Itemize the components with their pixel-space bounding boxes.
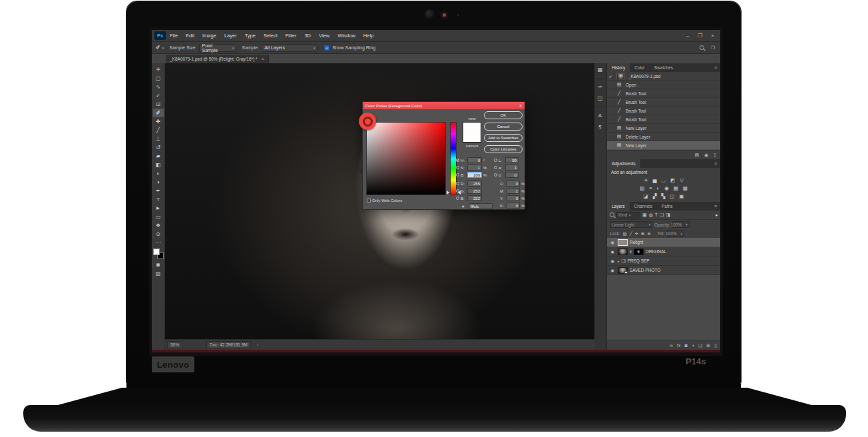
show-sampling-ring-checkbox[interactable]: ✓ bbox=[324, 45, 329, 51]
zoom-tool-icon[interactable]: ⊙ bbox=[153, 230, 164, 238]
layer-mask-thumbnail[interactable]: ↯ bbox=[634, 248, 644, 255]
add-to-swatches-button[interactable]: Add to Swatches bbox=[484, 134, 523, 142]
layer-effects-icon[interactable]: fx bbox=[677, 343, 680, 348]
filter-adjustment-icon[interactable]: ◍ bbox=[649, 213, 653, 218]
eyedropper-tool-icon[interactable]: ✐ bbox=[156, 45, 160, 51]
levels-icon[interactable]: ▅ bbox=[653, 177, 657, 183]
blue-radio[interactable] bbox=[456, 197, 459, 200]
new-doc-from-state-icon[interactable]: ▤ bbox=[694, 153, 699, 158]
history-source-well[interactable] bbox=[607, 124, 614, 132]
invert-icon[interactable]: ◪ bbox=[644, 193, 648, 199]
group-expand-icon[interactable]: ▸ bbox=[618, 259, 620, 263]
menu-3d[interactable]: 3D bbox=[300, 33, 315, 39]
lock-all-icon[interactable]: ⋒ bbox=[648, 231, 651, 236]
opacity-dropdown[interactable]: 100% ▾ bbox=[672, 221, 690, 228]
fill-dropdown[interactable]: 100% ▾ bbox=[667, 230, 684, 237]
eraser-tool-icon[interactable]: ▰ bbox=[153, 152, 164, 161]
visibility-eye-icon[interactable]: ◉ bbox=[609, 240, 616, 244]
healing-brush-tool-icon[interactable]: ✚ bbox=[153, 117, 164, 126]
close-button[interactable]: × bbox=[711, 33, 714, 39]
filter-type-icon[interactable]: T bbox=[655, 213, 658, 217]
history-source-well[interactable] bbox=[607, 98, 614, 106]
document-tab[interactable]: _K8A0079-1.psd @ 50% (Relight, Gray/16*)… bbox=[166, 55, 269, 63]
tab-history[interactable]: History bbox=[607, 63, 630, 72]
crop-tool-icon[interactable]: ⊡ bbox=[153, 100, 164, 109]
foreground-color-swatch[interactable] bbox=[153, 248, 160, 255]
hue-radio[interactable] bbox=[456, 159, 459, 162]
lab-a-input[interactable]: 1 bbox=[505, 165, 519, 171]
layer-row-saved-photo[interactable]: ◉ SAVED PHOTO bbox=[607, 266, 720, 275]
saturation-radio[interactable] bbox=[456, 166, 459, 169]
lab-a-radio[interactable] bbox=[494, 166, 497, 169]
zoom-level-field[interactable]: 50% bbox=[167, 341, 182, 348]
screen-mode-icon[interactable]: ▤ bbox=[153, 269, 164, 278]
lock-position-icon[interactable]: ✛ bbox=[635, 231, 638, 236]
filter-image-icon[interactable]: ▣ bbox=[642, 213, 647, 218]
clone-stamp-tool-icon[interactable]: ⊥ bbox=[153, 135, 164, 143]
color-lookup-icon[interactable]: ▩ bbox=[683, 185, 688, 191]
layer-row-original[interactable]: ◉ 8 ↯ ORIGINAL bbox=[607, 247, 720, 256]
filter-smart-object-icon[interactable]: ◨ bbox=[666, 213, 670, 218]
clone-source-panel-icon[interactable]: ◫ bbox=[598, 95, 603, 101]
cancel-button[interactable]: Cancel bbox=[484, 123, 523, 131]
cyan-input[interactable]: 0 bbox=[507, 181, 520, 187]
new-snapshot-icon[interactable]: ◉ bbox=[704, 153, 708, 158]
history-source-well[interactable] bbox=[607, 115, 614, 123]
red-radio[interactable] bbox=[456, 182, 459, 185]
threshold-icon[interactable]: ▚ bbox=[661, 193, 665, 199]
lab-l-radio[interactable] bbox=[494, 159, 497, 162]
brightness-input[interactable]: 100 bbox=[467, 172, 482, 178]
color-swatches[interactable] bbox=[153, 248, 164, 259]
history-brush-tool-icon[interactable]: ↺ bbox=[153, 143, 164, 152]
history-source-well[interactable] bbox=[607, 133, 614, 141]
history-item[interactable]: ╱ Brush Tool bbox=[607, 107, 720, 115]
menu-window[interactable]: Window bbox=[333, 33, 359, 39]
gradient-map-icon[interactable]: ◫ bbox=[670, 193, 674, 199]
brush-settings-panel-icon[interactable]: ✑ bbox=[598, 84, 602, 90]
lock-transparent-icon[interactable]: ▨ bbox=[623, 231, 627, 236]
visibility-eye-icon[interactable]: ◉ bbox=[609, 249, 616, 254]
visibility-eye-icon[interactable]: ◉ bbox=[609, 258, 616, 263]
brush-tool-icon[interactable]: ╱ bbox=[153, 126, 164, 135]
tab-layers[interactable]: Layers bbox=[607, 202, 630, 211]
type-tool-icon[interactable]: T bbox=[153, 195, 164, 204]
eyedropper-tool-icon[interactable]: ✐ bbox=[153, 109, 164, 117]
history-item-selected[interactable]: ▤ New Layer bbox=[607, 141, 720, 150]
lasso-tool-icon[interactable]: ∿ bbox=[153, 83, 164, 91]
menu-view[interactable]: View bbox=[315, 33, 333, 39]
lab-b-radio[interactable] bbox=[494, 173, 497, 177]
shape-tool-icon[interactable]: ▭ bbox=[153, 213, 164, 221]
posterize-icon[interactable]: ▞ bbox=[653, 193, 657, 199]
delete-state-icon[interactable]: ▯ bbox=[714, 153, 716, 158]
layer-row-relight[interactable]: ◉ Relight bbox=[607, 238, 720, 247]
panel-menu-icon[interactable]: ≡ bbox=[714, 65, 717, 70]
saturation-brightness-field[interactable] bbox=[366, 122, 446, 195]
hand-tool-icon[interactable]: ❖ bbox=[153, 221, 164, 230]
menu-layer[interactable]: Layer bbox=[220, 33, 241, 39]
hex-input[interactable]: fffcfc bbox=[469, 203, 493, 209]
sample-size-dropdown[interactable]: Point Sample ▾ bbox=[199, 44, 236, 52]
history-item[interactable]: ▤ New Layer bbox=[607, 124, 720, 133]
move-tool-icon[interactable]: ✛ bbox=[153, 65, 164, 74]
panel-menu-icon[interactable]: ≡ bbox=[714, 204, 717, 209]
history-item[interactable]: ╱ Brush Tool bbox=[607, 115, 720, 124]
menu-edit[interactable]: Edit bbox=[182, 33, 198, 39]
history-item[interactable]: ╱ Brush Tool bbox=[607, 98, 720, 107]
black-input[interactable]: 0 bbox=[507, 203, 520, 209]
brightness-contrast-icon[interactable]: ☀ bbox=[644, 177, 648, 183]
photo-filter-icon[interactable]: ◉ bbox=[664, 185, 669, 191]
mask-link-icon[interactable]: 8 bbox=[630, 250, 632, 254]
color-balance-icon[interactable]: ≡ bbox=[649, 185, 652, 191]
red-input[interactable]: 255 bbox=[467, 181, 482, 187]
history-snapshot-row[interactable]: ✓ _K8A0079-1.psd bbox=[607, 72, 720, 81]
menu-help[interactable]: Help bbox=[359, 33, 377, 39]
layer-mask-icon[interactable]: ◙ bbox=[685, 343, 688, 348]
selective-color-icon[interactable]: ▣ bbox=[679, 193, 684, 199]
history-item[interactable]: ▤ Delete Layer bbox=[607, 133, 720, 141]
tab-color[interactable]: Color bbox=[630, 63, 650, 72]
tab-adjustments[interactable]: Adjustments bbox=[607, 159, 640, 168]
ok-button[interactable]: OK bbox=[484, 111, 523, 119]
menu-type[interactable]: Type bbox=[241, 33, 260, 39]
green-input[interactable]: 252 bbox=[467, 188, 482, 194]
adjustment-layer-icon[interactable]: ◑ bbox=[692, 343, 694, 348]
